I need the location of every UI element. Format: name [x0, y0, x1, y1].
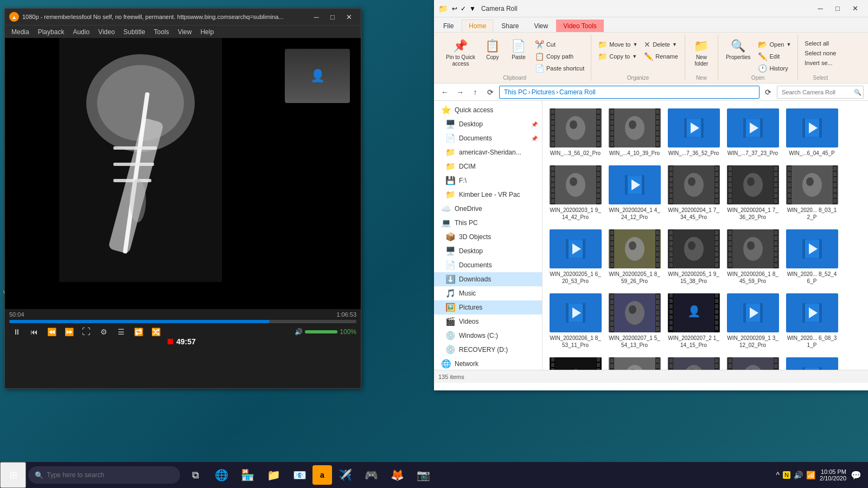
game-button[interactable]: 🎮 — [358, 462, 384, 488]
ribbon-paste-button[interactable]: 📄 Paste — [507, 37, 531, 63]
sidebar-item-recoveryd[interactable]: 💿 RECOVERY (D:) — [434, 343, 542, 357]
ribbon-tab-file[interactable]: File — [436, 20, 461, 32]
nav-refresh-button[interactable]: ⟳ — [484, 86, 497, 99]
ribbon-tab-view[interactable]: View — [527, 20, 555, 32]
qat-forward-button[interactable]: ✓ — [459, 4, 467, 14]
file-item[interactable]: WIN_20200205_1 9_15_38_Pro — [665, 226, 722, 288]
file-item[interactable]: WIN_20200210_1 8_21_18_Pro — [665, 354, 722, 370]
tripadvisor-button[interactable]: ✈️ — [332, 462, 358, 488]
ribbon-edit-button[interactable]: ✏️ Edit — [756, 51, 793, 62]
notification-button[interactable]: 💬 — [851, 470, 861, 480]
path-thispc[interactable]: This PC — [504, 88, 527, 96]
vlc-random-button[interactable]: 🔀 — [148, 325, 163, 338]
sidebar-item-dcim[interactable]: 📁 DCIM — [434, 159, 542, 174]
ribbon-select-none-button[interactable]: Select none — [802, 49, 838, 57]
qat-back-button[interactable]: ↩ — [451, 4, 458, 14]
vlc-prev-button[interactable]: ⏮ — [27, 325, 42, 338]
sidebar-item-documents[interactable]: 📄 Documents 📌 — [434, 131, 542, 145]
file-item[interactable]: WIN_2020... 6_08_31_P — [783, 290, 840, 352]
vlc-menu-video[interactable]: Video — [94, 25, 119, 38]
ribbon-tab-share[interactable]: Share — [494, 20, 526, 32]
file-item[interactable]: WIN_20200209_1 3_12_02_Pro — [724, 290, 781, 352]
vlc-playlist-button[interactable]: ☰ — [113, 325, 129, 338]
vlc-stop-button[interactable]: ⏸ — [9, 325, 24, 338]
mail-button[interactable]: 📧 — [286, 462, 312, 488]
nav-back-button[interactable]: ← — [438, 86, 451, 99]
path-cameraroll[interactable]: Camera Roll — [559, 88, 596, 96]
file-item[interactable]: WIN_20200205_1 6_20_53_Pro — [547, 226, 604, 288]
file-item[interactable]: WIN_20200204_1 7_34_45_Pro — [665, 162, 722, 224]
sidebar-item-3dobjects[interactable]: 📦 3D Objects — [434, 230, 542, 244]
taskbar-clock[interactable]: 10:05 PM 2/10/2020 — [820, 468, 846, 481]
ribbon-invert-sel-button[interactable]: Invert se... — [802, 59, 838, 67]
sidebar-item-kimberlee[interactable]: 📁 Kimber Lee - VR Pac — [434, 188, 542, 202]
vlc-minimize-button[interactable]: ─ — [309, 11, 324, 23]
vlc-maximize-button[interactable]: □ — [325, 11, 340, 23]
sidebar-item-desktop2[interactable]: 🖥️ Desktop — [434, 244, 542, 258]
file-item[interactable]: WIN_...4_10_39_Pro — [606, 105, 663, 160]
explorer-minimize-button[interactable]: ─ — [812, 0, 829, 17]
nav-up-button[interactable]: ↑ — [469, 86, 482, 99]
ribbon-new-folder-button[interactable]: 📁 New folder — [690, 37, 713, 69]
vlc-fullscreen-button[interactable]: ⛶ — [79, 325, 94, 338]
file-item[interactable]: WIN_2020... 1_15_11_P — [783, 354, 840, 370]
ribbon-cut-button[interactable]: ✂️ Cut — [533, 39, 586, 50]
file-item[interactable]: WIN_...7_37_23_Pro — [724, 105, 781, 160]
ribbon-tab-videotools[interactable]: Video Tools — [556, 20, 604, 32]
edge-button[interactable]: 🌐 — [208, 462, 234, 488]
ribbon-paste-shortcut-button[interactable]: 📄 Paste shortcut — [533, 63, 586, 74]
sidebar-item-onedrive[interactable]: ☁️ OneDrive — [434, 202, 542, 216]
file-item[interactable]: WIN_20200205_1 8_59_26_Pro — [606, 226, 663, 288]
sidebar-item-thispc[interactable]: 💻 This PC — [434, 216, 542, 230]
nav-forward-button[interactable]: → — [454, 86, 467, 99]
sidebar-item-desktop[interactable]: 🖥️ Desktop 📌 — [434, 117, 542, 131]
file-item[interactable]: WIN_20200210_1 8_39_18_Pro — [724, 354, 781, 370]
tray-volume[interactable]: 🔊 — [794, 471, 803, 479]
amazon-button[interactable]: a — [312, 465, 332, 485]
ribbon-copy-to-button[interactable]: 📁 Copy to ▼ — [596, 51, 640, 62]
sidebar-item-quickaccess[interactable]: ⭐ Quick access — [434, 103, 542, 117]
file-item[interactable]: 👤 WIN_20200209_1 8_12_42_Pro — [547, 354, 604, 370]
taskbar-search-input[interactable] — [47, 471, 174, 479]
vlc-menu-view[interactable]: View — [174, 25, 196, 38]
file-item[interactable]: 👤 WIN_20200207_2 1_14_15_Pro — [665, 290, 722, 352]
ribbon-open-button[interactable]: 📂 Open ▼ — [756, 39, 793, 50]
file-item[interactable]: WIN_20200210_1 5_20_53_Pro — [606, 354, 663, 370]
camera-taskbar-button[interactable]: 📷 — [410, 462, 436, 488]
file-item[interactable]: WIN_20200206_1 8_53_11_Pro — [547, 290, 604, 352]
sidebar-item-music[interactable]: 🎵 Music — [434, 286, 542, 300]
sidebar-item-fdrive[interactable]: 💾 F:\ — [434, 174, 542, 188]
taskbar-search-box[interactable]: 🔍 — [28, 466, 180, 484]
file-item[interactable]: WIN_2020... 8_52_46_P — [783, 226, 840, 288]
taskview-button[interactable]: ⧉ — [182, 462, 208, 488]
sidebar-item-documents2[interactable]: 📄 Documents — [434, 258, 542, 272]
vlc-menu-audio[interactable]: Audio — [68, 25, 94, 38]
sidebar-item-pictures[interactable]: 🖼️ Pictures — [434, 300, 542, 314]
vlc-frame-back-button[interactable]: ⏪ — [44, 325, 59, 338]
addr-refresh-button[interactable]: ⟳ — [762, 86, 775, 99]
tray-up-arrow[interactable]: ^ — [776, 471, 780, 479]
sidebar-item-downloads[interactable]: ⬇️ Downloads — [434, 272, 542, 286]
vlc-menu-subtitle[interactable]: Subtitle — [119, 25, 150, 38]
vlc-menu-media[interactable]: Media — [7, 25, 34, 38]
file-item[interactable]: WIN_20200203_1 9_14_42_Pro — [547, 162, 604, 224]
search-input[interactable] — [777, 86, 864, 99]
vlc-menu-playback[interactable]: Playback — [34, 25, 69, 38]
vlc-volume-bar[interactable] — [305, 330, 337, 333]
vlc-loop-button[interactable]: 🔁 — [131, 325, 146, 338]
tray-network[interactable]: 📶 — [806, 471, 815, 479]
file-item[interactable]: WIN_...7_36_52_Pro — [665, 105, 722, 160]
vlc-close-button[interactable]: ✕ — [341, 11, 356, 23]
qat-down-button[interactable]: ▼ — [468, 4, 477, 14]
store-button[interactable]: 🏪 — [234, 462, 260, 488]
path-pictures[interactable]: Pictures — [532, 88, 555, 96]
file-item[interactable]: WIN_20200206_1 8_45_59_Pro — [724, 226, 781, 288]
explorer-close-button[interactable]: ✕ — [846, 0, 864, 17]
sidebar-item-network[interactable]: 🌐 Network — [434, 357, 542, 370]
explorer-taskbar-button[interactable]: 📁 — [260, 462, 286, 488]
ribbon-tab-home[interactable]: Home — [462, 20, 493, 32]
explorer-maximize-button[interactable]: □ — [829, 0, 846, 17]
sidebar-item-windowsc[interactable]: 💿 Windows (C:) — [434, 329, 542, 343]
ribbon-copy-button[interactable]: 📋 Copy — [481, 37, 505, 63]
file-item[interactable]: WIN_2020... 8_03_12_P — [783, 162, 840, 224]
